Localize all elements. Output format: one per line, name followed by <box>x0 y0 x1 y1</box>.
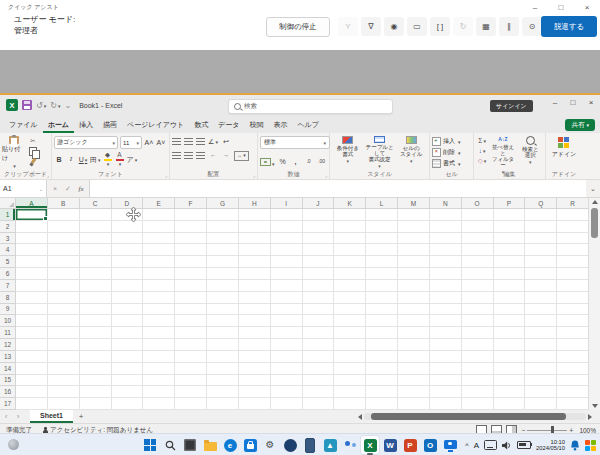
qa-minimize-button[interactable]: – <box>522 0 548 15</box>
grid-cell[interactable] <box>494 339 526 351</box>
prev-sheet-button[interactable]: ‹ <box>0 411 12 423</box>
grid-cell[interactable] <box>398 363 430 375</box>
grid-cell[interactable] <box>112 280 144 292</box>
grid-cell[interactable] <box>366 315 398 327</box>
grid-cell[interactable] <box>462 221 494 233</box>
grid-cell[interactable] <box>80 315 112 327</box>
grid-cell[interactable] <box>112 327 144 339</box>
edge-browser[interactable]: e <box>221 436 239 454</box>
grid-cell[interactable] <box>303 315 335 327</box>
grid-cell[interactable] <box>462 398 494 410</box>
column-header-Q[interactable]: Q <box>525 198 557 209</box>
row-header-13[interactable]: 13 <box>0 351 16 363</box>
column-header-B[interactable]: B <box>48 198 80 209</box>
outlook-app[interactable]: O <box>421 436 439 454</box>
grid-cell[interactable] <box>557 280 589 292</box>
grid-cell[interactable] <box>271 375 303 387</box>
sign-in-button[interactable]: サインイン <box>490 100 533 112</box>
grid-cell[interactable] <box>112 386 144 398</box>
grid-cell[interactable] <box>271 363 303 375</box>
grid-cell[interactable] <box>398 244 430 256</box>
grid-cell[interactable] <box>430 256 462 268</box>
instruction-icon[interactable]: ⊙ <box>522 17 542 36</box>
grid-cell[interactable] <box>239 280 271 292</box>
grid-cell[interactable] <box>239 268 271 280</box>
grid-cell[interactable] <box>175 209 207 221</box>
grid-cell[interactable] <box>525 280 557 292</box>
grid-cell[interactable] <box>557 256 589 268</box>
grid-cell[interactable] <box>48 221 80 233</box>
grid-cell[interactable] <box>143 315 175 327</box>
speaker-icon[interactable] <box>502 441 512 450</box>
grid-cell[interactable] <box>143 292 175 304</box>
grid-cell[interactable] <box>557 351 589 363</box>
pause-icon[interactable]: ∥ <box>499 17 519 36</box>
grid-cell[interactable] <box>557 244 589 256</box>
grid-cell[interactable] <box>239 339 271 351</box>
grid-cell[interactable] <box>525 221 557 233</box>
grid-cell[interactable] <box>207 304 239 316</box>
grid-cell[interactable] <box>175 398 207 410</box>
grid-cell[interactable] <box>494 315 526 327</box>
grid-cell[interactable] <box>366 386 398 398</box>
grid-cell[interactable] <box>239 221 271 233</box>
grid-cell[interactable] <box>462 244 494 256</box>
grid-cell[interactable] <box>207 268 239 280</box>
currency-format-button[interactable] <box>260 152 275 170</box>
column-header-H[interactable]: H <box>239 198 271 209</box>
orientation-button[interactable]: ∠ <box>208 136 218 147</box>
cancel-icon[interactable]: × <box>49 185 61 192</box>
grid-cell[interactable] <box>557 268 589 280</box>
grid-cell[interactable] <box>494 386 526 398</box>
increase-decimal-button[interactable]: .0 <box>304 156 314 167</box>
grid-cell[interactable] <box>143 363 175 375</box>
menu-tab-4[interactable]: ページレイアウト <box>122 117 189 133</box>
battery-icon[interactable] <box>517 441 531 449</box>
row-header-6[interactable]: 6 <box>0 268 16 280</box>
grid-cell[interactable] <box>366 398 398 410</box>
grid-cell[interactable] <box>175 268 207 280</box>
number-format-select[interactable]: 標準▾ <box>260 136 330 149</box>
grid-cell[interactable] <box>430 268 462 280</box>
column-header-G[interactable]: G <box>207 198 239 209</box>
start-button[interactable] <box>141 436 159 454</box>
grid-cell[interactable] <box>462 339 494 351</box>
grid-cell[interactable] <box>112 339 144 351</box>
grid-cell[interactable] <box>239 256 271 268</box>
row-header-15[interactable]: 15 <box>0 375 16 387</box>
grid-cell[interactable] <box>112 268 144 280</box>
grid-cell[interactable] <box>303 209 335 221</box>
grid-cell[interactable] <box>557 375 589 387</box>
monitor-icon[interactable]: ▭ <box>407 17 427 36</box>
grid-cell[interactable] <box>494 268 526 280</box>
fullscreen-icon[interactable]: [ ] <box>430 17 450 36</box>
grid-cell[interactable] <box>48 244 80 256</box>
grid-cell[interactable] <box>175 256 207 268</box>
phonetic-guide-button[interactable]: ア <box>127 154 138 165</box>
grid-cell[interactable] <box>525 375 557 387</box>
grid-cell[interactable] <box>271 244 303 256</box>
column-header-O[interactable]: O <box>462 198 494 209</box>
grid-cell[interactable] <box>334 375 366 387</box>
grid-cell[interactable] <box>271 209 303 221</box>
settings-app[interactable]: ⚙ <box>261 436 279 454</box>
grid-cell[interactable] <box>207 221 239 233</box>
grid-cell[interactable] <box>175 315 207 327</box>
grid-cell[interactable] <box>48 351 80 363</box>
grid-cell[interactable] <box>271 315 303 327</box>
redo-button[interactable]: ↻ <box>50 101 60 110</box>
people-app[interactable] <box>341 436 359 454</box>
grid-cell[interactable] <box>80 327 112 339</box>
grid-cell[interactable] <box>494 304 526 316</box>
grid-cell[interactable] <box>112 315 144 327</box>
grid-cell[interactable] <box>334 221 366 233</box>
grid-cell[interactable] <box>239 315 271 327</box>
grid-cell[interactable] <box>494 375 526 387</box>
fill-button[interactable]: ↓ <box>479 147 486 155</box>
grid-cell[interactable] <box>303 339 335 351</box>
widgets-icon[interactable] <box>585 440 596 451</box>
row-header-3[interactable]: 3 <box>0 233 16 245</box>
grid-cell[interactable] <box>16 233 48 245</box>
insert-function-icon[interactable]: fx <box>75 185 87 193</box>
merge-center-button[interactable]: ↔ <box>234 151 249 161</box>
